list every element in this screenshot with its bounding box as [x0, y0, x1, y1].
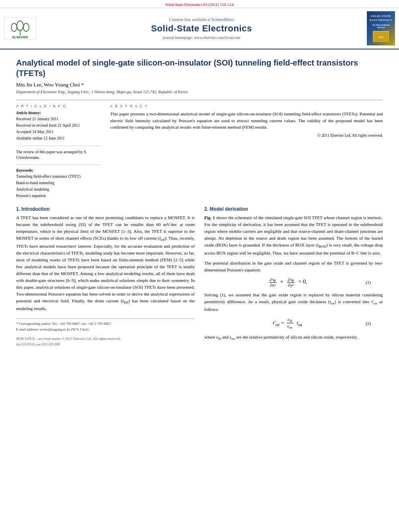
- received-date: Received 21 January 2011: [16, 116, 101, 122]
- divider-2: [16, 164, 101, 165]
- kw1: Tunneling field-effect transistor (TFET): [16, 173, 101, 180]
- journal-center-info: Contents lists available at ScienceDirec…: [40, 17, 363, 40]
- model-para-2: The potential distribution in the gate o…: [204, 260, 383, 273]
- keywords-section: Keywords: Tunneling field-effect transis…: [16, 168, 101, 199]
- equation-1-block: ∂²φ ∂x² + ∂²φ ∂y² = 0. (1): [216, 277, 371, 288]
- article-info-column: A R T I C L E I N F O Article history: R…: [16, 104, 101, 199]
- abstract-header: A B S T R A C T: [110, 104, 383, 108]
- corresponding-note: * Corresponding author. Tel.: +82 705 84…: [16, 321, 195, 327]
- introduction-column: 1. Introduction A TFET has been consider…: [16, 206, 195, 347]
- divider-1: [16, 146, 101, 146]
- received-revised-date: Received in revised form 21 April 2011: [16, 122, 101, 129]
- journal-header: ELSEVIER Contents lists available at Sci…: [0, 8, 399, 49]
- body-content: 1. Introduction A TFET has been consider…: [16, 206, 383, 347]
- abstract-text: This paper presents a two-dimensional an…: [110, 111, 383, 131]
- svg-text:SSE: SSE: [378, 36, 384, 39]
- kw3: Analytical modeling: [16, 186, 101, 193]
- equation-2-number: (2): [359, 321, 371, 326]
- info-abstract-columns: A R T I C L E I N F O Article history: R…: [16, 100, 383, 199]
- article-info-header: A R T I C L E I N F O: [16, 104, 101, 108]
- contents-line: Contents lists available at ScienceDirec…: [40, 17, 363, 22]
- homepage-line: journal homepage: www.elsevier.com/locat…: [40, 35, 363, 40]
- email-note: E-mail address: wchoi@sogang.ac.kr (W.Y.…: [16, 327, 195, 333]
- footnote-area: * Corresponding author. Tel.: +82 705 84…: [16, 318, 195, 332]
- elsevier-logo: ELSEVIER: [4, 17, 36, 39]
- article-title: Analytical model of single-gate silicon-…: [16, 58, 383, 78]
- model-para-1: Fig. 1 shows the schematic of the simula…: [204, 214, 383, 257]
- model-title: 2. Model derivation: [204, 206, 383, 212]
- equation-2-block: t'ox = εSi εox tox (2): [216, 317, 371, 329]
- model-para-4: where εSi and εox are the relative permi…: [204, 334, 383, 341]
- intro-paragraph: A TFET has been considered as one of the…: [16, 214, 195, 312]
- model-column: 2. Model derivation Fig. 1 shows the sch…: [204, 206, 383, 347]
- intro-title: 1. Introduction: [16, 206, 195, 212]
- doi-line: doi:10.1016/j.sse.2011.05.008: [16, 342, 195, 347]
- svg-text:ELSEVIER: ELSEVIER: [12, 35, 28, 39]
- authors: Min Jin Lee, Woo Young Choi *: [16, 82, 383, 88]
- abstract-column: A B S T R A C T This paper presents a tw…: [110, 104, 383, 199]
- journal-citation: Solid-State Electronics 63 (2011) 110–11…: [165, 2, 234, 7]
- affiliation: Department of Electronic Eng., Sogang Un…: [16, 90, 383, 94]
- article-history: Article history: Received 21 January 201…: [16, 111, 101, 142]
- journal-cover: SOLID-STATEELECTRONICS An International …: [367, 11, 395, 45]
- abstract-section: This paper presents a two-dimensional an…: [110, 111, 383, 138]
- equation-2: t'ox = εSi εox tox: [216, 317, 359, 329]
- equation-1-number: (1): [359, 280, 371, 285]
- history-title: Article history:: [16, 111, 101, 115]
- journal-citation-bar: Solid-State Electronics 63 (2011) 110–11…: [0, 0, 399, 8]
- journal-title: Solid-State Electronics: [40, 23, 363, 34]
- kw2: Band-to-band tunneling: [16, 180, 101, 186]
- review-note: The review of this paper was arranged by…: [16, 149, 101, 160]
- history-items: Received 21 January 2011 Received in rev…: [16, 116, 101, 142]
- keywords-title: Keywords:: [16, 168, 101, 173]
- available-date: Available online 12 June 2011: [16, 135, 101, 142]
- copyright: © 2011 Elsevier Ltd. All rights reserved…: [110, 133, 383, 138]
- equation-1: ∂²φ ∂x² + ∂²φ ∂y² = 0.: [216, 277, 359, 288]
- bottom-bar: 0038-1101/$ – see front matter © 2011 El…: [16, 336, 195, 347]
- accepted-date: Accepted 18 May 2011: [16, 129, 101, 135]
- sciencedirect-link[interactable]: ScienceDirect: [211, 17, 234, 22]
- kw4: Poisson's equation: [16, 193, 101, 199]
- model-para-3: Solving (1), we assumed that the gate ox…: [204, 292, 383, 313]
- issn-line: 0038-1101/$ – see front matter © 2011 El…: [16, 336, 195, 342]
- main-content: Analytical model of single-gate silicon-…: [0, 49, 399, 355]
